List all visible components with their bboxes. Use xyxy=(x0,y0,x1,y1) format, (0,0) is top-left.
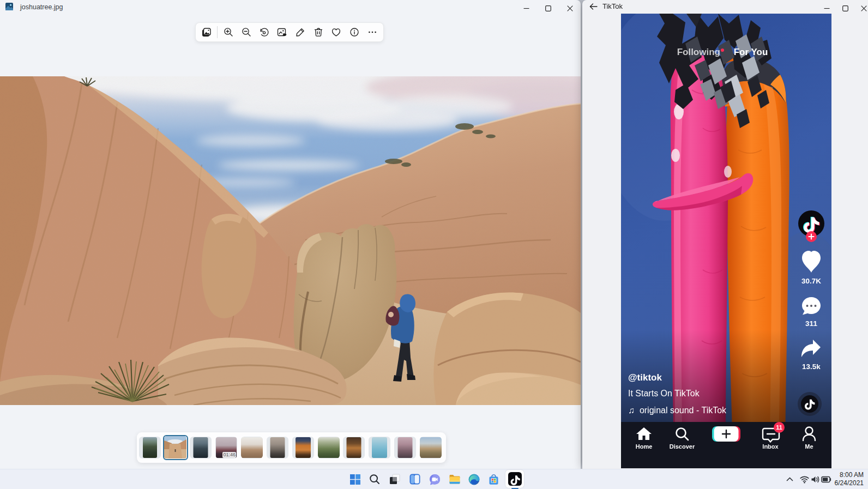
svg-text:13.5k: 13.5k xyxy=(802,363,821,371)
svg-text:11: 11 xyxy=(776,424,782,431)
svg-text:Discover: Discover xyxy=(670,443,695,450)
svg-text:311: 311 xyxy=(805,319,817,328)
svg-text:30.7K: 30.7K xyxy=(801,277,821,285)
svg-text:Home: Home xyxy=(636,443,653,450)
svg-text:Inbox: Inbox xyxy=(762,443,779,450)
svg-text:Me: Me xyxy=(805,443,813,450)
